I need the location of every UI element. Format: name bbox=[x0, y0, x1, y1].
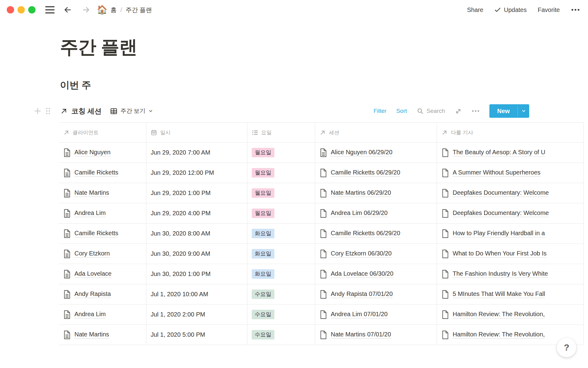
forward-icon[interactable] bbox=[81, 5, 91, 15]
new-button-dropdown-icon[interactable] bbox=[518, 104, 529, 118]
article-page-link[interactable]: Hamilton Review: The Revolution, bbox=[453, 311, 545, 318]
datetime-cell[interactable]: Jul 1, 2020 2:00 PM bbox=[146, 305, 247, 324]
sort-button[interactable]: Sort bbox=[396, 108, 407, 114]
drag-handle-icon[interactable] bbox=[45, 107, 51, 115]
session-cell[interactable]: Andy Rapista 07/01/20 bbox=[315, 284, 437, 304]
session-cell[interactable]: Nate Martins 06/29/20 bbox=[315, 183, 437, 203]
article-cell[interactable]: Deepfakes Documentary: Welcome bbox=[437, 203, 584, 223]
datetime-cell[interactable]: Jun 30, 2020 9:00 AM bbox=[146, 244, 247, 264]
day-cell[interactable]: 수요일 bbox=[247, 305, 315, 324]
session-page-link[interactable]: Camille Ricketts 06/29/20 bbox=[331, 169, 400, 177]
close-window-icon[interactable] bbox=[7, 6, 14, 13]
session-page-link[interactable]: Ada Lovelace 06/30/20 bbox=[331, 270, 394, 278]
article-page-link[interactable]: Hamilton Review: The Revolution, bbox=[453, 331, 545, 339]
day-cell[interactable]: 화요일 bbox=[247, 264, 315, 284]
day-cell[interactable]: 화요일 bbox=[247, 224, 315, 243]
client-page-link[interactable]: Nate Martins bbox=[74, 331, 109, 339]
day-cell[interactable]: 월요일 bbox=[247, 143, 315, 163]
column-header-client[interactable]: 클라이언트 bbox=[59, 123, 146, 142]
session-page-link[interactable]: Andy Rapista 07/01/20 bbox=[331, 290, 393, 298]
client-page-link[interactable]: Andy Rapista bbox=[74, 290, 111, 298]
datetime-cell[interactable]: Jun 30, 2020 1:00 PM bbox=[146, 264, 247, 284]
article-page-link[interactable]: Deepfakes Documentary: Welcome bbox=[453, 209, 549, 217]
collection-title-link[interactable]: 코칭 세션 bbox=[60, 106, 101, 116]
article-page-link[interactable]: How to Play Friendly Hardball in a bbox=[453, 230, 545, 237]
client-page-link[interactable]: Ada Lovelace bbox=[74, 270, 111, 278]
article-cell[interactable]: What to Do When Your First Job Is bbox=[437, 244, 584, 264]
new-button[interactable]: New bbox=[489, 104, 529, 118]
datetime-cell[interactable]: Jul 1, 2020 10:00 AM bbox=[146, 284, 247, 304]
session-page-link[interactable]: Andrea Lim 06/29/20 bbox=[331, 209, 388, 217]
breadcrumb-home[interactable]: 홈 bbox=[111, 6, 117, 14]
day-cell[interactable]: 월요일 bbox=[247, 203, 315, 223]
session-cell[interactable]: Cory Etzkorn 06/30/20 bbox=[315, 244, 437, 264]
column-header-session[interactable]: 세션 bbox=[315, 123, 437, 142]
client-page-link[interactable]: Andrea Lim bbox=[74, 311, 106, 318]
article-page-link[interactable]: What to Do When Your First Job Is bbox=[453, 250, 547, 258]
collection-title[interactable]: 코칭 세션 bbox=[71, 106, 101, 116]
client-cell[interactable]: Andrea Lim bbox=[59, 305, 146, 324]
minimize-window-icon[interactable] bbox=[17, 6, 25, 13]
column-header-datetime[interactable]: 일시 bbox=[146, 123, 247, 142]
article-page-link[interactable]: 5 MInutes That Will Make You Fall bbox=[453, 290, 545, 298]
article-page-link[interactable]: A Summer Without Superheroes bbox=[453, 169, 541, 177]
session-cell[interactable]: Camille Ricketts 06/29/20 bbox=[315, 163, 437, 183]
datetime-cell[interactable]: Jun 29, 2020 12:00 PM bbox=[146, 163, 247, 183]
datetime-cell[interactable]: Jul 1, 2020 5:00 PM bbox=[146, 325, 247, 345]
datetime-cell[interactable]: Jun 30, 2020 8:00 AM bbox=[146, 224, 247, 243]
share-button[interactable]: Share bbox=[467, 6, 483, 13]
article-cell[interactable]: A Summer Without Superheroes bbox=[437, 163, 584, 183]
column-header-article[interactable]: 다룰 기사 bbox=[437, 123, 584, 142]
session-cell[interactable]: Ada Lovelace 06/30/20 bbox=[315, 264, 437, 284]
article-cell[interactable]: How to Play Friendly Hardball in a bbox=[437, 224, 584, 243]
client-cell[interactable]: Nate Martins bbox=[59, 325, 146, 345]
add-block-icon[interactable] bbox=[34, 107, 42, 115]
day-cell[interactable]: 수요일 bbox=[247, 325, 315, 345]
more-options-icon[interactable] bbox=[571, 8, 580, 12]
day-cell[interactable]: 수요일 bbox=[247, 284, 315, 304]
day-cell[interactable]: 월요일 bbox=[247, 163, 315, 183]
back-icon[interactable] bbox=[62, 5, 73, 15]
article-cell[interactable]: Deepfakes Documentary: Welcome bbox=[437, 183, 584, 203]
client-page-link[interactable]: Nate Martins bbox=[74, 189, 109, 197]
favorite-button[interactable]: Favorite bbox=[538, 6, 560, 13]
client-page-link[interactable]: Camille Ricketts bbox=[74, 230, 118, 237]
client-cell[interactable]: Camille Ricketts bbox=[59, 163, 146, 183]
client-cell[interactable]: Cory Etzkorn bbox=[59, 244, 146, 264]
session-cell[interactable]: Andrea Lim 06/29/20 bbox=[315, 203, 437, 223]
session-page-link[interactable]: Andrea Lim 07/01/20 bbox=[331, 311, 388, 318]
client-cell[interactable]: Alice Nguyen bbox=[59, 143, 146, 163]
client-page-link[interactable]: Cory Etzkorn bbox=[74, 250, 110, 258]
client-cell[interactable]: Andrea Lim bbox=[59, 203, 146, 223]
datetime-cell[interactable]: Jun 29, 2020 7:00 AM bbox=[146, 143, 247, 163]
datetime-cell[interactable]: Jun 29, 2020 1:00 PM bbox=[146, 183, 247, 203]
day-cell[interactable]: 월요일 bbox=[247, 183, 315, 203]
article-page-link[interactable]: Deepfakes Documentary: Welcome bbox=[453, 189, 549, 197]
client-cell[interactable]: Ada Lovelace bbox=[59, 264, 146, 284]
client-page-link[interactable]: Andrea Lim bbox=[74, 209, 106, 217]
session-cell[interactable]: Nate Martins 07/01/20 bbox=[315, 325, 437, 345]
new-button-label[interactable]: New bbox=[489, 104, 518, 118]
filter-button[interactable]: Filter bbox=[374, 108, 386, 114]
client-cell[interactable]: Camille Ricketts bbox=[59, 224, 146, 243]
article-page-link[interactable]: The Fashion Industry Is Very White bbox=[453, 270, 548, 278]
breadcrumb-current-page[interactable]: 주간 플랜 bbox=[126, 6, 152, 14]
article-cell[interactable]: The Fashion Industry Is Very White bbox=[437, 264, 584, 284]
client-cell[interactable]: Nate Martins bbox=[59, 183, 146, 203]
client-cell[interactable]: Andy Rapista bbox=[59, 284, 146, 304]
sidebar-menu-icon[interactable] bbox=[45, 6, 55, 13]
client-page-link[interactable]: Alice Nguyen bbox=[74, 149, 111, 156]
session-cell[interactable]: Alice Nguyen 06/29/20 bbox=[315, 143, 437, 163]
day-cell[interactable]: 화요일 bbox=[247, 244, 315, 264]
help-button[interactable]: ? bbox=[557, 338, 576, 357]
updates-button[interactable]: Updates bbox=[494, 6, 527, 13]
expand-diagonal-icon[interactable] bbox=[455, 108, 462, 115]
article-cell[interactable]: Hamilton Review: The Revolution, bbox=[437, 305, 584, 324]
session-page-link[interactable]: Nate Martins 06/29/20 bbox=[331, 189, 391, 197]
session-page-link[interactable]: Nate Martins 07/01/20 bbox=[331, 331, 391, 339]
session-page-link[interactable]: Cory Etzkorn 06/30/20 bbox=[331, 250, 392, 258]
article-page-link[interactable]: The Beauty of Aesop: A Story of U bbox=[453, 149, 545, 156]
client-page-link[interactable]: Camille Ricketts bbox=[74, 169, 118, 177]
section-heading[interactable]: 이번 주 bbox=[60, 79, 588, 92]
page-title[interactable]: 주간 플랜 bbox=[60, 35, 588, 60]
